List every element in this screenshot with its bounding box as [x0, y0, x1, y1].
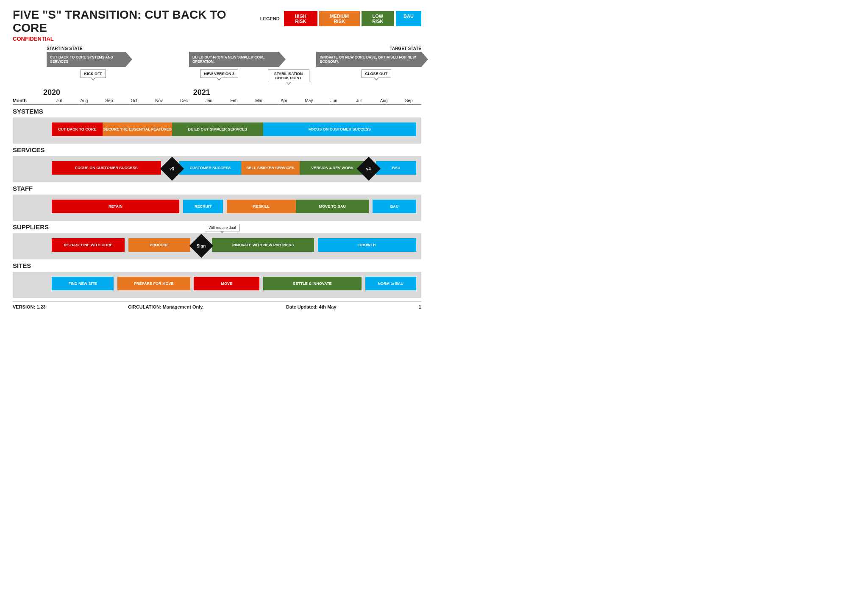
- legend-pill-bau: BAU: [396, 11, 421, 26]
- month-cell-oct-3: Oct: [122, 89, 147, 103]
- bars-row-services: FOCUS ON CUSTOMER SUCCESSv3CUSTOMER SUCC…: [52, 159, 416, 179]
- month-cell-jul-12: Jul: [346, 89, 371, 103]
- month-cell-feb-7: Feb: [222, 89, 247, 103]
- bubble-close-out: CLOSE OUT: [362, 70, 392, 78]
- section-bg-systems: CUT BACK TO CORESECURE THE ESSENTIAL FEA…: [13, 117, 421, 144]
- section-staff: STAFFRETAINRECRUITRESKILLMOVE TO BAUBAU: [13, 185, 421, 221]
- bar-prepare-for-move: PREPARE FOR MOVE: [117, 277, 190, 290]
- starting-state-label: STARTING STATE: [47, 46, 82, 51]
- bar-growth: GROWTH: [318, 238, 416, 252]
- legend-pill-high-risk: HIGH RISK: [284, 11, 317, 26]
- tooltip-suppliers: Will require dual: [205, 224, 240, 231]
- bar-focus-on-customer-success: FOCUS ON CUSTOMER SUCCESS: [52, 161, 161, 175]
- bar-procure: PROCURE: [128, 238, 190, 252]
- bar-innovate-with-new-partners: INNOVATE WITH NEW PARTNERS: [212, 238, 314, 252]
- bar-customer-success: CUSTOMER SUCCESS: [179, 161, 241, 175]
- bar-reskill: RESKILL: [227, 200, 296, 213]
- footer-date: Date Updated: 4th May: [286, 304, 337, 309]
- bar-bau: BAU: [373, 200, 416, 213]
- footer: VERSION: 1.23 CIRCULATION: Management On…: [13, 301, 421, 309]
- legend-block: LEGEND HIGH RISKMEDIUM RISKLOW RISKBAU: [260, 11, 421, 26]
- diamond-v4: v4: [357, 156, 381, 181]
- page: FIVE "S" TRANSITION: CUT BACK TO CORE CO…: [0, 0, 434, 318]
- bar-focus-on-customer-success: FOCUS ON CUSTOMER SUCCESS: [263, 122, 416, 136]
- section-systems: SYSTEMSCUT BACK TO CORESECURE THE ESSENT…: [13, 108, 421, 144]
- bar-cut-back-to-core: CUT BACK TO CORE: [52, 122, 103, 136]
- timeline-area: STARTING STATE TARGET STATE CUT BACK TO …: [13, 46, 421, 105]
- section-sites: SITESFIND NEW SITEPREPARE FOR MOVEMOVESE…: [13, 262, 421, 298]
- month-cell-mar-8: Mar: [247, 89, 272, 103]
- state-labels-row: STARTING STATE TARGET STATE: [47, 46, 421, 51]
- bar-norm-to-bau: NORM to BAU: [365, 277, 416, 290]
- month-cell-aug-1: Aug: [72, 89, 97, 103]
- bar-re-baseline-with-core: RE-BASELINE WITH CORE: [52, 238, 125, 252]
- main-title: FIVE "S" TRANSITION: CUT BACK TO CORE: [13, 8, 260, 35]
- bar-bau: BAU: [376, 161, 416, 175]
- months-grid: 2020JulAugSepOctNovDec2021JanFebMarAprMa…: [47, 89, 421, 103]
- month-cell-apr-9: Apr: [271, 89, 296, 103]
- bar-move: MOVE: [194, 277, 259, 290]
- bars-row-sites: FIND NEW SITEPREPARE FOR MOVEMOVESETTLE …: [52, 275, 416, 295]
- bars-row-systems: CUT BACK TO CORESECURE THE ESSENTIAL FEA…: [52, 121, 416, 140]
- legend-pills: HIGH RISKMEDIUM RISKLOW RISKBAU: [284, 11, 421, 26]
- legend-pill-medium-risk: MEDIUM RISK: [319, 11, 360, 26]
- bar-retain: RETAIN: [52, 200, 179, 213]
- section-bg-suppliers: Will require dualRE-BASELINE WITH COREPR…: [13, 233, 421, 259]
- bar-secure-the-essential-features: SECURE THE ESSENTIAL FEATURES: [103, 122, 172, 136]
- bubble-new-v3: NEW VERSION 3: [200, 70, 238, 78]
- callout-build-out: BUILD OUT FROM A NEW SIMPLER CORE OPERAT…: [189, 52, 279, 67]
- header: FIVE "S" TRANSITION: CUT BACK TO CORE CO…: [13, 8, 421, 42]
- confidential-label: CONFIDENTIAL: [13, 36, 260, 42]
- section-bg-sites: FIND NEW SITEPREPARE FOR MOVEMOVESETTLE …: [13, 272, 421, 298]
- bar-build-out-simpler-services: BUILD OUT SIMPLER SERVICES: [172, 122, 263, 136]
- month-header: Month: [13, 98, 47, 103]
- bars-row-staff: RETAINRECRUITRESKILLMOVE TO BAUBAU: [52, 198, 416, 217]
- bubble-kick-off: KICK OFF: [81, 70, 106, 78]
- section-bg-services: FOCUS ON CUSTOMER SUCCESSv3CUSTOMER SUCC…: [13, 156, 421, 182]
- section-title-services: SERVICES: [13, 146, 421, 153]
- months-row: Month 2020JulAugSepOctNovDec2021JanFebMa…: [13, 89, 421, 105]
- section-title-systems: SYSTEMS: [13, 108, 421, 115]
- diamond-sign: Sign: [189, 234, 213, 258]
- legend-label: LEGEND: [260, 16, 280, 21]
- target-state-label: TARGET STATE: [390, 46, 421, 51]
- diamond-v3: v3: [160, 156, 184, 181]
- month-cell-sep-14: Sep: [396, 89, 421, 103]
- bar-recruit: RECRUIT: [183, 200, 223, 213]
- section-suppliers: SUPPLIERSWill require dualRE-BASELINE WI…: [13, 223, 421, 259]
- year-2021: 2021: [193, 88, 210, 97]
- bar-sell-simpler-services: SELL SIMPLER SERVICES: [241, 161, 300, 175]
- callout-area: CUT BACK TO CORE SYSTEMS AND SERVICES BU…: [47, 52, 421, 89]
- legend-pill-low-risk: LOW RISK: [362, 11, 394, 26]
- month-cell-may-10: May: [296, 89, 321, 103]
- bubble-stabilisation: STABILISATION CHECK POINT: [268, 70, 309, 82]
- callout-cut-back: CUT BACK TO CORE SYSTEMS AND SERVICES: [47, 52, 125, 67]
- month-cell-sep-2: Sep: [97, 89, 122, 103]
- month-cell-jan-6: 2021Jan: [197, 89, 222, 103]
- bar-settle-&-innovate: SETTLE & INNOVATE: [263, 277, 362, 290]
- month-cell-jun-11: Jun: [321, 89, 346, 103]
- month-cell-nov-4: Nov: [147, 89, 172, 103]
- sections-container: SYSTEMSCUT BACK TO CORESECURE THE ESSENT…: [13, 108, 421, 298]
- footer-circulation: CIRCULATION: Management Only.: [128, 304, 204, 309]
- title-block: FIVE "S" TRANSITION: CUT BACK TO CORE CO…: [13, 8, 260, 42]
- year-2020: 2020: [43, 88, 60, 97]
- month-cell-jul-0: 2020Jul: [47, 89, 72, 103]
- section-title-staff: STAFF: [13, 185, 421, 192]
- callout-innovate: INNOVATE ON NEW CORE BASE, OPTIMISED FOR…: [316, 52, 421, 67]
- bar-version-4-dev-work: VERSION 4 DEV WORK: [300, 161, 365, 175]
- bar-find-new-site: FIND NEW SITE: [52, 277, 114, 290]
- section-services: SERVICESFOCUS ON CUSTOMER SUCCESSv3CUSTO…: [13, 146, 421, 182]
- bars-row-suppliers: Will require dualRE-BASELINE WITH COREPR…: [52, 237, 416, 256]
- footer-page: 1: [419, 304, 421, 309]
- section-title-sites: SITES: [13, 262, 421, 269]
- bar-move-to-bau: MOVE TO BAU: [296, 200, 369, 213]
- footer-version: VERSION: 1.23: [13, 304, 46, 309]
- section-bg-staff: RETAINRECRUITRESKILLMOVE TO BAUBAU: [13, 195, 421, 221]
- month-cell-aug-13: Aug: [371, 89, 396, 103]
